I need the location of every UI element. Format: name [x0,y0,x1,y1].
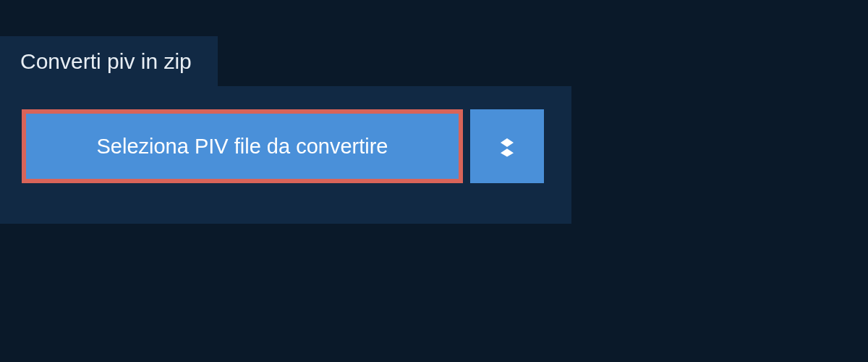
tab-container: Converti piv in zip [0,36,218,87]
tab-title: Converti piv in zip [20,49,192,73]
button-row: Seleziona PIV file da convertire [22,109,550,183]
select-file-button[interactable]: Seleziona PIV file da convertire [22,109,463,183]
tab-convert[interactable]: Converti piv in zip [0,36,218,87]
dropbox-button[interactable] [470,109,544,183]
conversion-panel: Seleziona PIV file da convertire [0,86,571,224]
select-file-label: Seleziona PIV file da convertire [97,135,388,159]
dropbox-icon [494,132,520,161]
